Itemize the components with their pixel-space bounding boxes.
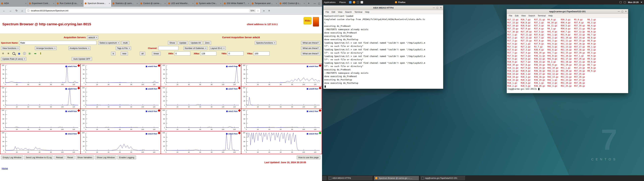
download-arrow-icon[interactable]: ⬇ <box>38 52 42 56</box>
zero-button[interactable]: Zero <box>204 41 211 45</box>
show-log-window-button[interactable]: Show Log Window <box>95 156 116 160</box>
firefox-launcher-icon[interactable] <box>353 1 355 4</box>
channel-input[interactable] <box>158 46 178 50</box>
spectrum-cell-aida06-rate[interactable]: 0255075100020406080100120aida06 Rate <box>81 86 161 109</box>
new-button[interactable]: new <box>120 52 128 56</box>
tab-close-icon[interactable]: × <box>53 2 54 5</box>
spectrum-cell-aida01-rate[interactable]: 0255075100020406080100120aida01 Rate <box>0 64 81 86</box>
green-right-arrow-icon[interactable]: ➡ <box>33 52 37 56</box>
menu-view[interactable]: View <box>520 14 527 17</box>
tab-statistics-carm[interactable]: Statistics @ carm...× <box>111 0 139 7</box>
spectrum-cell-aida05-rate[interactable]: 0255075100020406080100120aida05 Rate <box>0 86 81 109</box>
window-titlebar[interactable]: AIDA MIDAS HTTPd — ▢ ✕ <box>324 6 443 10</box>
spectrum-cell-aida08-rate[interactable]: 0255075100020406080100120aida08 Rate <box>241 86 322 109</box>
window-maximize-button[interactable]: ▢ <box>436 6 438 9</box>
reset-button[interactable]: Reset <box>66 156 75 160</box>
spectrum-cell-aida11-rate[interactable]: 0255075100020406080100120aida11 Rate <box>161 109 241 132</box>
tab-close-icon[interactable]: × <box>25 2 26 5</box>
menu-terminal[interactable]: Terminal <box>353 11 364 13</box>
terminal-output[interactable]: RunControlClient loadedCompleted custom … <box>324 14 443 89</box>
number-of-galleries-dropdown[interactable]: Number of Galleries <box>184 46 208 50</box>
what-are-these-button[interactable]: What are these? <box>301 41 320 45</box>
taskbar-item-aida-midas-httpd[interactable]: AIDA MIDAS HTTPd <box>328 176 373 180</box>
sunburst-icon[interactable]: ✳ <box>1 52 5 56</box>
spectrum-cell-aida12-rate[interactable]: 0255075100020406080100120aida12 Rate <box>241 109 322 132</box>
tab-close-icon[interactable]: × <box>109 2 110 5</box>
menu-edit[interactable]: Edit <box>514 14 520 17</box>
tab-close-icon[interactable]: × <box>304 2 305 5</box>
spectrum-cell-aida04-rate[interactable]: 0255075100020406080100120aida04 Rate <box>241 64 322 86</box>
menu-help[interactable]: Help <box>364 11 371 13</box>
linear-button[interactable]: linear <box>152 52 161 56</box>
clock[interactable]: Mon 20:20 <box>628 1 639 4</box>
tab-close-icon[interactable]: × <box>192 2 194 5</box>
xmin-input[interactable]: 0 <box>174 52 190 56</box>
url-bar[interactable]: ⓘ localhost:8015/Spectrum/Spectrum.tml 5… <box>26 8 260 13</box>
tab-system-wide-che[interactable]: System wide Che...× <box>195 0 223 7</box>
tab-asic-control-c[interactable]: ASIC Control @ c...× <box>278 0 306 7</box>
home-link[interactable]: Home <box>2 167 8 170</box>
menu-search[interactable]: Search <box>344 11 353 13</box>
window-maximize-button[interactable]: ▢ <box>318 2 320 5</box>
how-to-use-button[interactable]: How to use this page <box>297 156 320 160</box>
places-menu[interactable]: Places <box>338 1 348 4</box>
spectrum-cell-aida02-rate[interactable]: 0255075100020406080100120aida02 Rate <box>81 64 161 86</box>
enable-logging-button[interactable]: Enable Logging <box>118 156 136 160</box>
editor-launcher-icon[interactable] <box>360 1 363 4</box>
empty-log-window-button[interactable]: Empty Log Window <box>1 156 23 160</box>
terminal-launcher-icon[interactable] <box>357 1 359 4</box>
forward-button[interactable]: → <box>8 9 13 12</box>
select-a-spectrum-dropdown[interactable]: Select a spectrum <box>98 41 120 45</box>
spectrum-cell-aida09-rate[interactable]: 0255075100020406080100120aida09 Rate <box>0 109 81 132</box>
tab-close-icon[interactable]: × <box>164 2 166 5</box>
spectrum-cell-aida15-rate[interactable]: 0255075100020406080100120aida15 Rate <box>161 132 241 154</box>
analysis-functions-dropdown[interactable]: Analysis functions <box>68 46 90 50</box>
volume-icon[interactable] <box>624 1 626 3</box>
ymin-input[interactable]: 0 <box>228 52 244 56</box>
window-titlebar[interactable]: npg@carme-gsi:/TapeData/G22-201 — ▢ ✕ <box>507 9 628 14</box>
home-button[interactable]: ⌂ <box>20 9 24 12</box>
hamburger-menu-icon[interactable]: ≡ <box>267 9 271 12</box>
tab-close-icon[interactable]: × <box>220 2 221 5</box>
tab-run-control-ca[interactable]: Run Control @ ca...× <box>56 0 84 7</box>
reload-button[interactable]: ↻ <box>14 9 18 12</box>
window-minimize-button[interactable]: — <box>314 2 316 5</box>
tab-spectrum-browse[interactable]: Spectrum Browse...× <box>84 0 111 7</box>
spectrum-cell-aida07-rate[interactable]: 0255075100020406080100120aida07 Rate <box>161 86 241 109</box>
window-close-button[interactable]: ✕ <box>625 10 627 12</box>
update-button[interactable]: Update <box>178 41 188 45</box>
spectrum-cell-aida14-rate[interactable]: 0255075100020406080100120aida14 Rate <box>81 132 161 154</box>
menu-file[interactable]: File <box>324 11 330 13</box>
auto-update-button[interactable]: Auto Update OFF <box>72 57 92 61</box>
back-button[interactable]: ← <box>2 9 6 12</box>
green-left-arrows-icon[interactable]: ⇇ <box>28 52 32 56</box>
magnifier-icon[interactable] <box>12 52 15 55</box>
files-launcher-icon[interactable] <box>349 1 352 4</box>
help-blue-icon[interactable]: ⓘ <box>22 52 26 56</box>
sun-icon[interactable]: ☀ <box>6 52 10 56</box>
site-info-icon[interactable]: ⓘ <box>27 9 30 12</box>
tags-fits-dropdown[interactable]: Tags & Fits <box>116 46 131 50</box>
tab-experiment-contr[interactable]: Experiment Contr...× <box>28 0 56 7</box>
network-icon[interactable] <box>620 1 622 3</box>
menu-edit[interactable]: Edit <box>330 11 336 13</box>
show-desktop-icon[interactable] <box>322 176 326 180</box>
what-are-these-button[interactable]: What are these? <box>301 52 320 56</box>
ymax-input[interactable]: 100 <box>254 52 270 56</box>
window-maximize-button[interactable]: ▢ <box>622 10 623 12</box>
arrange-functions-dropdown[interactable]: Arrange functions <box>35 46 57 50</box>
overflow-menu-icon[interactable]: » <box>262 9 266 12</box>
b-button[interactable]: b <box>111 52 116 56</box>
bookmark-star-icon[interactable]: ☆ <box>257 10 259 12</box>
info-blue-icon[interactable]: ◉ <box>17 52 21 56</box>
tab-gsi-white-rabbit-t[interactable]: GSI White Rabbit T...× <box>223 0 250 7</box>
spectrum-name-input[interactable]: Rate <box>19 41 96 45</box>
layout-id-dropdown[interactable]: Layout ID=1 <box>209 46 226 50</box>
zoom-level-button[interactable]: 50% <box>250 9 256 12</box>
tab-close-icon[interactable]: × <box>248 2 249 5</box>
menu-file[interactable]: File <box>508 14 514 17</box>
tab-close-icon[interactable]: × <box>81 2 82 5</box>
reload-button[interactable]: Reload <box>54 156 64 160</box>
tab-close-icon[interactable]: × <box>276 2 277 5</box>
menu-search[interactable]: Search <box>527 14 536 17</box>
